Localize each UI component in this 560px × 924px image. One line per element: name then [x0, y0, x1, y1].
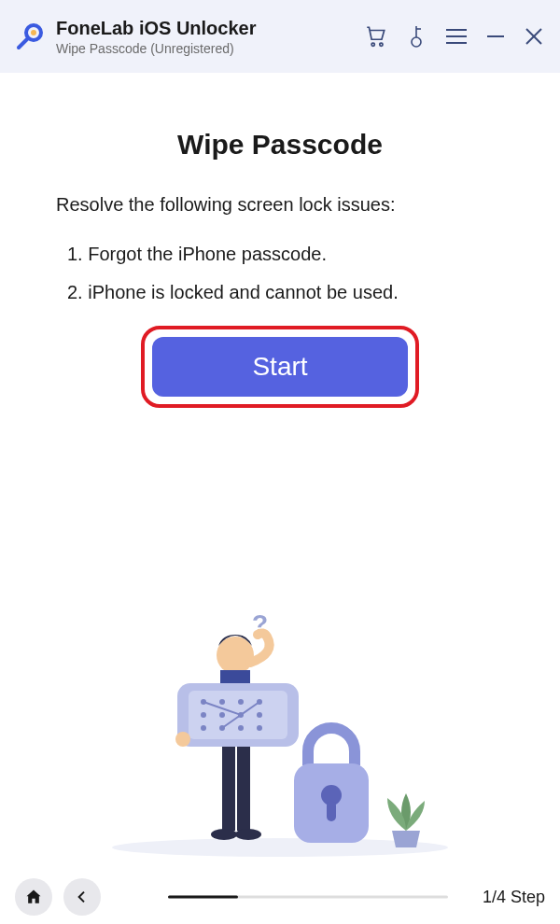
back-button[interactable] [63, 878, 101, 916]
step-indicator: 1/4 Step [483, 888, 545, 907]
app-title: FoneLab iOS Unlocker [56, 18, 256, 39]
cart-icon[interactable] [364, 24, 388, 49]
svg-rect-17 [327, 801, 336, 821]
svg-point-26 [201, 712, 206, 718]
main-content: Wipe Passcode Resolve the following scre… [0, 73, 560, 408]
svg-point-34 [175, 732, 190, 747]
key-icon[interactable] [405, 24, 427, 49]
svg-point-37 [211, 829, 237, 840]
start-button-highlight: Start [141, 326, 419, 408]
svg-point-3 [371, 43, 374, 46]
svg-rect-35 [222, 747, 235, 831]
issue-item: 2. iPhone is locked and cannot be used. [56, 282, 504, 303]
svg-line-1 [19, 38, 28, 48]
minimize-icon[interactable] [485, 26, 506, 47]
svg-point-29 [257, 712, 262, 718]
footer: 1/4 Step [0, 870, 560, 924]
app-subtitle: Wipe Passcode (Unregistered) [56, 41, 256, 56]
app-logo [15, 21, 45, 51]
svg-point-27 [219, 712, 225, 718]
svg-point-33 [257, 725, 262, 731]
progress-fill [168, 896, 238, 899]
svg-point-5 [412, 37, 421, 47]
header-controls [364, 24, 545, 49]
svg-point-23 [219, 699, 225, 705]
svg-point-4 [380, 43, 383, 46]
home-button[interactable] [15, 878, 52, 916]
svg-point-38 [235, 829, 261, 840]
menu-icon[interactable] [444, 26, 469, 47]
progress-bar [168, 896, 448, 899]
svg-point-30 [201, 725, 206, 731]
header-left: FoneLab iOS Unlocker Wipe Passcode (Unre… [15, 18, 256, 56]
footer-nav [15, 878, 101, 916]
svg-rect-36 [237, 747, 250, 831]
svg-point-19 [217, 637, 254, 674]
title-block: FoneLab iOS Unlocker Wipe Passcode (Unre… [56, 18, 256, 56]
start-button[interactable]: Start [152, 337, 408, 397]
header: FoneLab iOS Unlocker Wipe Passcode (Unre… [0, 0, 560, 73]
svg-point-24 [238, 699, 244, 705]
issue-item: 1. Forgot the iPhone passcode. [56, 244, 504, 265]
svg-point-32 [238, 725, 244, 731]
svg-point-2 [31, 30, 36, 35]
page-title: Wipe Passcode [56, 129, 504, 161]
close-icon[interactable] [523, 25, 545, 48]
issues-intro: Resolve the following screen lock issues… [56, 194, 504, 216]
illustration: ? [84, 597, 476, 859]
